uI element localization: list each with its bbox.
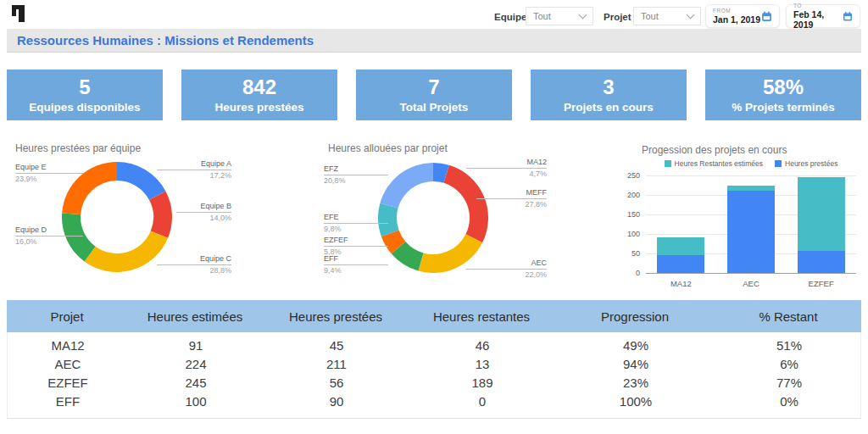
calendar-icon[interactable] xyxy=(843,11,853,22)
kpi-label: % Projets terminés xyxy=(732,101,835,114)
legend-swatch-restantes xyxy=(665,160,671,167)
donut-label-eff: EFF 9,4% xyxy=(324,254,388,275)
donut-label-equipe-e: Equipe E 23,9% xyxy=(15,163,83,184)
equipe-select-value: Tout xyxy=(533,11,551,21)
kpi-card-projets-termines: 58% % Projets terminés xyxy=(705,70,861,120)
date-from-picker[interactable]: FROM Jan 1, 2019 xyxy=(705,4,780,28)
table-cell: EFF xyxy=(8,394,128,409)
projects-table: ProjetHeures estiméesHeures prestéesHeur… xyxy=(7,300,861,419)
table-header-row: ProjetHeures estiméesHeures prestéesHeur… xyxy=(7,300,861,332)
bar-segment-EZFEF[interactable] xyxy=(798,177,845,251)
table-cell: EZFEF xyxy=(8,376,128,390)
table-row: AEC2242111394%6% xyxy=(8,354,860,373)
legend-label: Heures prestées xyxy=(785,159,837,168)
table-cell: 94% xyxy=(555,357,716,371)
donut-slice-Equipe B[interactable] xyxy=(149,191,172,237)
x-axis-label: EZFEF xyxy=(787,279,855,288)
y-axis-tick: 0 xyxy=(636,269,640,277)
kpi-label: Total Projets xyxy=(400,101,469,114)
stacked-bar-chart[interactable]: 050100150200250MA12AECEZFEF xyxy=(646,175,856,273)
donut-label-meff: MEFF 27,8% xyxy=(476,188,547,209)
app-logo-icon xyxy=(12,5,29,25)
calendar-icon[interactable] xyxy=(761,11,772,22)
table-cell: 100 xyxy=(128,394,264,409)
table-column-header: Projet xyxy=(7,309,127,324)
date-to-picker[interactable]: TO Feb 14, 2019 xyxy=(786,4,860,28)
table-cell: 46 xyxy=(409,338,555,353)
table-cell: MA12 xyxy=(8,338,128,353)
kpi-card-heures-prestees: 842 Heures prestées xyxy=(181,70,337,120)
table-cell: 0% xyxy=(716,394,862,409)
x-axis-label: AEC xyxy=(717,279,785,288)
bar-segment-AEC[interactable] xyxy=(727,186,775,191)
projet-select-value: Tout xyxy=(641,11,659,21)
kpi-value: 7 xyxy=(428,76,439,98)
donut-label-ezfef: EZFEF 5,8% xyxy=(324,236,388,257)
donut-slice-Equipe C[interactable] xyxy=(85,231,168,272)
donut-label-equipe-d: Equipe D 16,0% xyxy=(15,225,83,247)
y-axis-tick: 50 xyxy=(632,249,640,258)
table-row: EZFEF2455618923%77% xyxy=(8,373,860,392)
chevron-down-icon xyxy=(579,11,587,19)
chevron-down-icon xyxy=(687,11,695,19)
kpi-value: 3 xyxy=(603,76,614,98)
y-axis-tick: 100 xyxy=(627,230,640,238)
donut-label-equipe-a: Equipe A 17,2% xyxy=(157,159,231,181)
date-from-value: Jan 1, 2019 xyxy=(713,14,760,25)
donut-label-equipe-b: Equipe B 14,0% xyxy=(176,202,231,223)
table-body: MA1291454649%51%AEC2242111394%6%EZFEF245… xyxy=(7,332,861,419)
table-cell: 224 xyxy=(128,357,264,371)
legend-label: Heures Restantes estimées xyxy=(675,159,763,168)
equipe-select[interactable]: Tout xyxy=(526,7,593,25)
table-column-header: % Restant xyxy=(715,309,861,324)
table-column-header: Heures prestées xyxy=(263,309,409,324)
table-cell: 0 xyxy=(409,394,555,409)
donut-label-aec: AEC 22,0% xyxy=(466,259,547,280)
donut-label-equipe-c: Equipe C 28,8% xyxy=(157,254,231,275)
bar-legend: Heures Restantes estimées Heures prestée… xyxy=(646,159,856,168)
table-cell: 100% xyxy=(555,394,716,409)
table-column-header: Progression xyxy=(554,309,715,324)
table-cell: 211 xyxy=(264,357,409,371)
date-to-label: TO xyxy=(793,3,843,8)
date-from-label: FROM xyxy=(713,8,760,14)
kpi-label: Heures prestées xyxy=(214,101,303,114)
barchart-title: Progession des projets en cours xyxy=(642,144,787,156)
gridline xyxy=(646,175,856,176)
table-cell: 91 xyxy=(128,338,264,353)
kpi-label: Equipes disponibles xyxy=(29,101,140,114)
table-cell: 189 xyxy=(409,376,555,390)
table-cell: 90 xyxy=(264,394,409,409)
y-axis-tick: 200 xyxy=(627,191,640,199)
table-cell: 6% xyxy=(716,357,862,371)
table-cell: 77% xyxy=(716,376,862,390)
donut-label-efz: EFZ 20,8% xyxy=(324,164,388,186)
table-row: EFF100900100%0% xyxy=(8,392,860,410)
table-column-header: Heures restantes xyxy=(409,309,554,324)
kpi-value: 842 xyxy=(242,76,276,98)
kpi-card-equipes-disponibles: 5 Equipes disponibles xyxy=(7,70,163,120)
x-axis-label: MA12 xyxy=(647,279,715,288)
table-column-header: Heures estimées xyxy=(127,309,263,324)
table-cell: AEC xyxy=(8,357,128,371)
kpi-value: 58% xyxy=(763,76,804,98)
legend-item-restantes: Heures Restantes estimées xyxy=(665,159,763,168)
table-cell: 51% xyxy=(716,338,862,353)
bar-segment-MA12[interactable] xyxy=(657,255,704,273)
page-title-bar: Ressources Humaines : Missions et Rendem… xyxy=(7,29,861,53)
app-logo xyxy=(12,5,29,29)
y-axis-tick: 150 xyxy=(627,210,640,219)
bar-segment-EZFEF[interactable] xyxy=(798,251,845,273)
kpi-card-projets-en-cours: 3 Projets en cours xyxy=(531,70,687,120)
projet-filter-label: Projet : xyxy=(604,12,637,22)
kpi-card-total-projets: 7 Total Projets xyxy=(356,70,512,120)
y-axis-tick: 250 xyxy=(627,171,640,180)
projet-select[interactable]: Tout xyxy=(633,7,701,25)
table-cell: 49% xyxy=(555,338,716,353)
bar-segment-MA12[interactable] xyxy=(657,237,704,255)
bar-segment-AEC[interactable] xyxy=(727,191,775,273)
kpi-value: 5 xyxy=(79,76,90,98)
table-cell: 13 xyxy=(409,357,555,371)
dashboard-page: Equipe : Tout Projet : Tout FROM Jan 1, … xyxy=(0,0,868,434)
page-title: Ressources Humaines : Missions et Rendem… xyxy=(17,33,314,47)
